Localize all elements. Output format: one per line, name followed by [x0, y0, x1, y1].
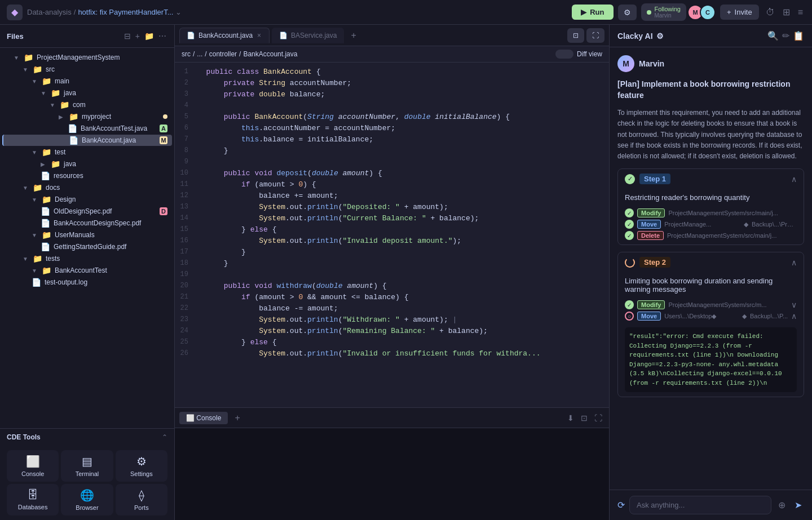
tree-item-resources[interactable]: 📄 resources — [2, 170, 172, 181]
tree-item-myproject[interactable]: ▶ 📁 myproject — [2, 111, 172, 122]
ai-attach-button[interactable]: ⊕ — [776, 497, 788, 513]
step-1-action-move: ✓ Move ProjectManage... ◆ Backup\...\Pre… — [625, 220, 797, 229]
tree-item-java[interactable]: ▼ 📁 java — [2, 87, 172, 99]
editor-tab-actions: ⊡ ⛶ — [567, 28, 604, 43]
step-1-title: Restricting reader's borrowing quantity — [618, 189, 804, 206]
following-badge: Following Marvin — [641, 3, 686, 21]
cde-collapse-button[interactable]: ⌃ — [162, 433, 167, 441]
step-1-label: Step 1 — [639, 174, 670, 184]
split-view-button[interactable]: ⊡ — [567, 28, 584, 43]
folder-icon: 📁 — [42, 230, 51, 239]
sidebar-action-1[interactable]: ⊟ — [123, 30, 132, 42]
add-console-tab[interactable]: + — [230, 411, 244, 425]
folder-icon: 📁 — [42, 195, 51, 204]
ai-gear-icon[interactable]: ⚙ — [656, 32, 664, 41]
ai-step-2-left: Step 2 — [625, 257, 670, 268]
ai-input-field[interactable] — [629, 496, 771, 514]
step-1-action-delete: ✓ Delete ProjectManagementSystem/src/mai… — [625, 231, 797, 240]
cde-settings[interactable]: ⚙ Settings — [116, 450, 167, 482]
sidebar-toggle-icon[interactable]: ≡ — [796, 5, 805, 20]
tree-item-test[interactable]: ▼ 📁 test — [2, 146, 172, 158]
collapse-console-icon[interactable]: ⬇ — [565, 411, 576, 425]
bottom-panel: ⬜ Console + ⬇ ⊡ ⛶ — [175, 407, 609, 520]
code-line-4: 4 — [175, 101, 609, 112]
console-output-area[interactable] — [175, 428, 609, 520]
tree-item-tests[interactable]: ▼ 📁 tests — [2, 253, 172, 264]
breadcrumb-branch[interactable]: hotfix: fix PaymentHandlerT... — [78, 8, 173, 16]
tree-item-bank-test-folder[interactable]: ▼ 📁 BankAccountTest — [2, 265, 172, 276]
action-check-icon: ✓ — [625, 220, 634, 229]
cde-terminal[interactable]: ▤ Terminal — [61, 450, 113, 482]
tree-item-design[interactable]: ▼ 📁 Design — [2, 194, 172, 205]
tree-item-pm-system[interactable]: ▼ 📁 ProjectManagementSystem — [2, 52, 172, 63]
ai-send-button[interactable]: ➤ — [792, 497, 804, 513]
ai-step-2-header[interactable]: Step 2 ∧ — [618, 252, 804, 272]
cde-ports[interactable]: ⟠ Ports — [116, 484, 167, 515]
fullscreen-console-icon[interactable]: ⛶ — [592, 411, 604, 425]
diff-toggle-switch[interactable] — [555, 50, 573, 59]
timer-icon[interactable]: ⏱ — [764, 5, 777, 20]
tree-item-main[interactable]: ▼ 📁 main — [2, 75, 172, 87]
code-editor[interactable]: 1 public class BankAccount { 2 private S… — [175, 63, 609, 407]
run-button[interactable]: ▶ Run — [572, 5, 613, 20]
folder-icon: 📁 — [51, 159, 60, 168]
chevron-icon: ▶ — [41, 161, 47, 167]
step-2-title: Limiting book borrowing duration and sen… — [618, 272, 804, 298]
collapse-action-button[interactable]: ∧ — [791, 312, 797, 321]
action-check-icon: ✓ — [625, 300, 634, 309]
step-2-collapse-button[interactable]: ∧ — [791, 258, 797, 267]
code-line-23: 23 System.out.println("Withdrawn: " + am… — [175, 315, 609, 326]
tree-item-old-design[interactable]: 📄 OldDesignSpec.pdf D — [2, 206, 172, 217]
step-2-action-move: ○ Move Users\...\Desktop◆ ◆ Backup\...\P… — [625, 312, 797, 321]
expand-action-button[interactable]: ∨ — [791, 300, 797, 309]
add-tab-button[interactable]: + — [346, 28, 360, 43]
tab-baservice[interactable]: 📄 BAService.java — [272, 28, 344, 43]
step-1-collapse-button[interactable]: ∧ — [791, 175, 797, 184]
tree-item-src[interactable]: ▼ 📁 src — [2, 64, 172, 75]
sidebar: Files ⊟ + 📁 ⋯ ▼ 📁 ProjectManagementSyste… — [0, 25, 175, 520]
code-line-13: 13 System.out.println("Deposited: " + am… — [175, 202, 609, 214]
ai-spinner-icon: ⟳ — [617, 500, 625, 510]
tree-item-bankaccount[interactable]: 📄 BankAccount.java M — [2, 135, 172, 146]
invite-button[interactable]: + Invite — [720, 5, 759, 20]
ai-input-row: ⟳ ⊕ ➤ — [610, 490, 812, 520]
cde-console[interactable]: ⬜ Console — [7, 450, 59, 482]
tree-item-bank-design[interactable]: 📄 BankAccountDesignSpec.pdf — [2, 217, 172, 229]
sidebar-action-2[interactable]: + — [134, 30, 141, 42]
ai-step-1-left: ✓ Step 1 — [625, 174, 670, 184]
avatar-stack: M C — [691, 5, 716, 20]
tab-bankaccount[interactable]: 📄 BankAccount.java × — [179, 28, 270, 43]
folder-icon: 📁 — [33, 254, 42, 263]
cde-tools-panel: CDE Tools ⌃ ⬜ Console ▤ Terminal ⚙ Setti… — [0, 428, 174, 520]
tree-item-test-output[interactable]: 📄 test-output.log — [2, 277, 172, 288]
bottom-tab-actions: ⬇ ⊡ ⛶ — [565, 411, 604, 425]
ai-edit-button[interactable]: ✏ — [782, 30, 789, 41]
cde-browser[interactable]: 🌐 Browser — [61, 484, 113, 515]
ai-copy-button[interactable]: 📋 — [793, 30, 804, 41]
tree-item-com[interactable]: ▼ 📁 com — [2, 99, 172, 110]
tree-item-bankaccounttest[interactable]: 📄 BankAccountTest.java A — [2, 123, 172, 134]
tree-item-docs[interactable]: ▼ 📁 docs — [2, 182, 172, 193]
layout-icon[interactable]: ⊞ — [780, 5, 792, 20]
code-line-17: 17 } — [175, 247, 609, 259]
tab-console[interactable]: ⬜ Console — [179, 412, 228, 424]
ai-search-button[interactable]: 🔍 — [767, 30, 779, 41]
file-icon: 📄 — [41, 242, 50, 251]
code-line-9: 9 — [175, 157, 609, 168]
folder-icon: 📁 — [69, 112, 78, 121]
tree-item-test-java[interactable]: ▶ 📁 java — [2, 158, 172, 170]
cde-databases[interactable]: 🗄 Databases — [7, 484, 59, 515]
fullscreen-button[interactable]: ⛶ — [586, 28, 604, 43]
sidebar-action-3[interactable]: 📁 — [143, 30, 155, 42]
code-line-1: 1 public class BankAccount { — [175, 67, 609, 78]
cde-tools-grid: ⬜ Console ▤ Terminal ⚙ Settings 🗄 Databa… — [0, 446, 174, 520]
invite-icon: + — [727, 8, 731, 16]
split-console-icon[interactable]: ⊡ — [579, 411, 590, 425]
ai-step-1-header[interactable]: ✓ Step 1 ∧ — [618, 169, 804, 189]
sidebar-action-4[interactable]: ⋯ — [157, 30, 167, 42]
tree-item-usermanuals[interactable]: ▼ 📁 UserManuals — [2, 229, 172, 241]
step-1-action-modify: ✓ Modify ProjectManagementSystem/src/mai… — [625, 208, 797, 217]
settings-button[interactable]: ⚙ — [618, 5, 637, 20]
tab-close-icon[interactable]: × — [256, 32, 262, 39]
tree-item-getting-started[interactable]: 📄 GettingStartedGuide.pdf — [2, 241, 172, 252]
